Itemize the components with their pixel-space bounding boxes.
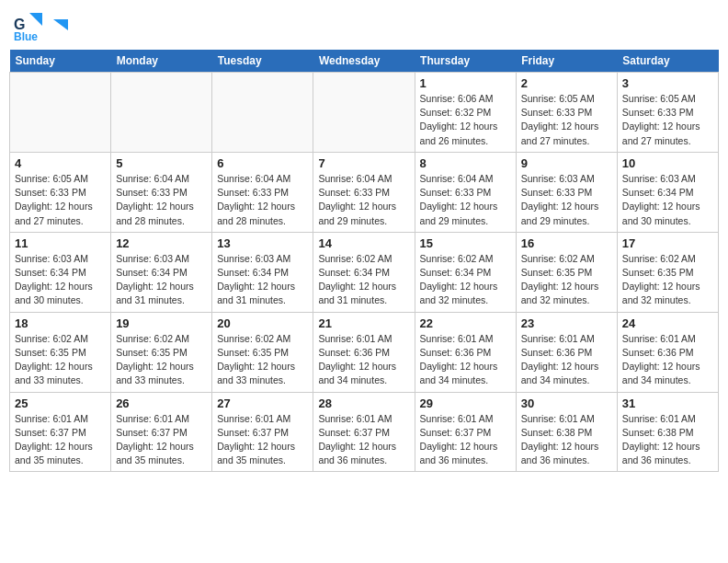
cell-info: Sunrise: 6:06 AM Sunset: 6:32 PM Dayligh…: [420, 92, 511, 148]
day-number: 7: [318, 156, 409, 170]
day-number: 5: [116, 156, 207, 170]
calendar-cell: 12Sunrise: 6:03 AM Sunset: 6:34 PM Dayli…: [111, 232, 212, 312]
calendar-cell: 3Sunrise: 6:05 AM Sunset: 6:33 PM Daylig…: [617, 73, 718, 153]
day-number: 15: [420, 236, 511, 250]
calendar-cell: [212, 73, 313, 153]
day-number: 22: [420, 316, 511, 330]
day-number: 27: [217, 396, 308, 410]
day-number: 17: [622, 236, 713, 250]
day-number: 6: [217, 156, 308, 170]
cell-info: Sunrise: 6:02 AM Sunset: 6:35 PM Dayligh…: [217, 332, 308, 388]
calendar-cell: 19Sunrise: 6:02 AM Sunset: 6:35 PM Dayli…: [111, 312, 212, 392]
cell-info: Sunrise: 6:01 AM Sunset: 6:37 PM Dayligh…: [420, 412, 511, 468]
day-number: 21: [318, 316, 409, 330]
day-number: 23: [521, 316, 612, 330]
calendar-cell: 14Sunrise: 6:02 AM Sunset: 6:34 PM Dayli…: [313, 232, 415, 312]
cell-info: Sunrise: 6:02 AM Sunset: 6:35 PM Dayligh…: [622, 252, 713, 308]
cell-info: Sunrise: 6:05 AM Sunset: 6:33 PM Dayligh…: [622, 92, 713, 148]
calendar-cell: 28Sunrise: 6:01 AM Sunset: 6:37 PM Dayli…: [313, 392, 415, 472]
day-number: 18: [15, 316, 106, 330]
day-number: 11: [15, 236, 106, 250]
calendar-cell: 20Sunrise: 6:02 AM Sunset: 6:35 PM Dayli…: [212, 312, 313, 392]
calendar-cell: 4Sunrise: 6:05 AM Sunset: 6:33 PM Daylig…: [10, 152, 111, 232]
cell-info: Sunrise: 6:01 AM Sunset: 6:38 PM Dayligh…: [622, 412, 713, 468]
day-number: 28: [318, 396, 409, 410]
day-number: 2: [521, 76, 612, 90]
calendar-cell: 8Sunrise: 6:04 AM Sunset: 6:33 PM Daylig…: [415, 152, 516, 232]
page-header: G Blue: [9, 9, 719, 42]
cell-info: Sunrise: 6:01 AM Sunset: 6:36 PM Dayligh…: [622, 332, 713, 388]
cell-info: Sunrise: 6:04 AM Sunset: 6:33 PM Dayligh…: [116, 172, 207, 228]
calendar-cell: [313, 73, 415, 153]
calendar-cell: 9Sunrise: 6:03 AM Sunset: 6:33 PM Daylig…: [516, 152, 617, 232]
cell-info: Sunrise: 6:01 AM Sunset: 6:37 PM Dayligh…: [318, 412, 409, 468]
logo-triangle: [51, 17, 68, 34]
week-row-4: 18Sunrise: 6:02 AM Sunset: 6:35 PM Dayli…: [10, 312, 719, 392]
calendar-cell: 22Sunrise: 6:01 AM Sunset: 6:36 PM Dayli…: [415, 312, 516, 392]
cell-info: Sunrise: 6:01 AM Sunset: 6:38 PM Dayligh…: [521, 412, 612, 468]
calendar-cell: 25Sunrise: 6:01 AM Sunset: 6:37 PM Dayli…: [10, 392, 111, 472]
calendar-cell: 30Sunrise: 6:01 AM Sunset: 6:38 PM Dayli…: [516, 392, 617, 472]
calendar-cell: 17Sunrise: 6:02 AM Sunset: 6:35 PM Dayli…: [617, 232, 718, 312]
cell-info: Sunrise: 6:01 AM Sunset: 6:36 PM Dayligh…: [420, 332, 511, 388]
cell-info: Sunrise: 6:05 AM Sunset: 6:33 PM Dayligh…: [15, 172, 106, 228]
cell-info: Sunrise: 6:02 AM Sunset: 6:34 PM Dayligh…: [420, 252, 511, 308]
day-number: 10: [622, 156, 713, 170]
cell-info: Sunrise: 6:04 AM Sunset: 6:33 PM Dayligh…: [420, 172, 511, 228]
calendar-cell: 31Sunrise: 6:01 AM Sunset: 6:38 PM Dayli…: [617, 392, 718, 472]
calendar-cell: 27Sunrise: 6:01 AM Sunset: 6:37 PM Dayli…: [212, 392, 313, 472]
calendar-cell: 10Sunrise: 6:03 AM Sunset: 6:34 PM Dayli…: [617, 152, 718, 232]
calendar-cell: 15Sunrise: 6:02 AM Sunset: 6:34 PM Dayli…: [415, 232, 516, 312]
cell-info: Sunrise: 6:02 AM Sunset: 6:35 PM Dayligh…: [116, 332, 207, 388]
calendar-cell: 26Sunrise: 6:01 AM Sunset: 6:37 PM Dayli…: [111, 392, 212, 472]
cell-info: Sunrise: 6:01 AM Sunset: 6:37 PM Dayligh…: [217, 412, 308, 468]
calendar-cell: 7Sunrise: 6:04 AM Sunset: 6:33 PM Daylig…: [313, 152, 415, 232]
cell-info: Sunrise: 6:01 AM Sunset: 6:37 PM Dayligh…: [15, 412, 106, 468]
week-row-1: 1Sunrise: 6:06 AM Sunset: 6:32 PM Daylig…: [10, 73, 719, 153]
dow-thursday: Thursday: [415, 50, 516, 73]
calendar-cell: 11Sunrise: 6:03 AM Sunset: 6:34 PM Dayli…: [10, 232, 111, 312]
svg-text:Blue: Blue: [14, 30, 38, 42]
cell-info: Sunrise: 6:01 AM Sunset: 6:37 PM Dayligh…: [116, 412, 207, 468]
calendar-cell: 5Sunrise: 6:04 AM Sunset: 6:33 PM Daylig…: [111, 152, 212, 232]
week-row-5: 25Sunrise: 6:01 AM Sunset: 6:37 PM Dayli…: [10, 392, 719, 472]
day-number: 26: [116, 396, 207, 410]
calendar-cell: 1Sunrise: 6:06 AM Sunset: 6:32 PM Daylig…: [415, 73, 516, 153]
day-number: 14: [318, 236, 409, 250]
calendar-cell: 24Sunrise: 6:01 AM Sunset: 6:36 PM Dayli…: [617, 312, 718, 392]
calendar-cell: 6Sunrise: 6:04 AM Sunset: 6:33 PM Daylig…: [212, 152, 313, 232]
day-number: 1: [420, 76, 511, 90]
dow-friday: Friday: [516, 50, 617, 73]
cell-info: Sunrise: 6:02 AM Sunset: 6:35 PM Dayligh…: [15, 332, 106, 388]
week-row-2: 4Sunrise: 6:05 AM Sunset: 6:33 PM Daylig…: [10, 152, 719, 232]
cell-info: Sunrise: 6:02 AM Sunset: 6:34 PM Dayligh…: [318, 252, 409, 308]
calendar-cell: 16Sunrise: 6:02 AM Sunset: 6:35 PM Dayli…: [516, 232, 617, 312]
calendar-table: SundayMondayTuesdayWednesdayThursdayFrid…: [9, 50, 719, 472]
day-number: 19: [116, 316, 207, 330]
dow-monday: Monday: [111, 50, 212, 73]
day-number: 29: [420, 396, 511, 410]
dow-saturday: Saturday: [617, 50, 718, 73]
day-number: 24: [622, 316, 713, 330]
cell-info: Sunrise: 6:03 AM Sunset: 6:34 PM Dayligh…: [15, 252, 106, 308]
dow-wednesday: Wednesday: [313, 50, 415, 73]
calendar-cell: 2Sunrise: 6:05 AM Sunset: 6:33 PM Daylig…: [516, 73, 617, 153]
day-number: 31: [622, 396, 713, 410]
calendar-cell: 21Sunrise: 6:01 AM Sunset: 6:36 PM Dayli…: [313, 312, 415, 392]
days-of-week-row: SundayMondayTuesdayWednesdayThursdayFrid…: [10, 50, 719, 73]
cell-info: Sunrise: 6:03 AM Sunset: 6:34 PM Dayligh…: [217, 252, 308, 308]
cell-info: Sunrise: 6:01 AM Sunset: 6:36 PM Dayligh…: [318, 332, 409, 388]
cell-info: Sunrise: 6:05 AM Sunset: 6:33 PM Dayligh…: [521, 92, 612, 148]
svg-marker-4: [53, 19, 68, 30]
cell-info: Sunrise: 6:04 AM Sunset: 6:33 PM Dayligh…: [217, 172, 308, 228]
day-number: 25: [15, 396, 106, 410]
cell-info: Sunrise: 6:04 AM Sunset: 6:33 PM Dayligh…: [318, 172, 409, 228]
cell-info: Sunrise: 6:03 AM Sunset: 6:33 PM Dayligh…: [521, 172, 612, 228]
day-number: 13: [217, 236, 308, 250]
day-number: 20: [217, 316, 308, 330]
day-number: 4: [15, 156, 106, 170]
calendar-cell: 13Sunrise: 6:03 AM Sunset: 6:34 PM Dayli…: [212, 232, 313, 312]
logo-icon: G Blue: [13, 9, 46, 42]
dow-sunday: Sunday: [10, 50, 111, 73]
logo: G Blue: [13, 9, 70, 42]
